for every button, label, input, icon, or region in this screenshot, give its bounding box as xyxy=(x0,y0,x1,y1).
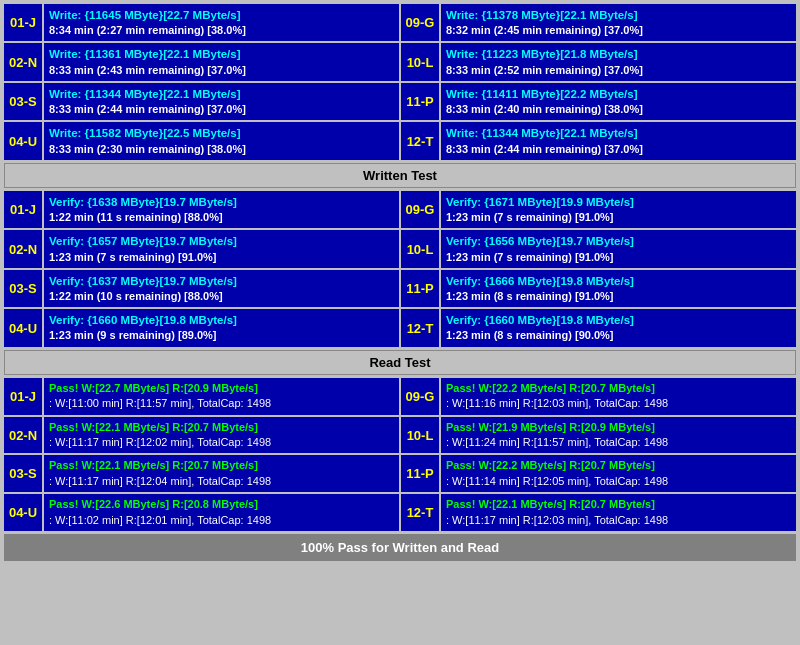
cell-01j-pass-line2: : W:[11:00 min] R:[11:57 min], TotalCap:… xyxy=(49,396,394,411)
label-10l-pass: 10-L xyxy=(401,417,439,454)
cell-03s-verify-line2: 1:22 min (10 s remaining) [88.0%] xyxy=(49,289,394,304)
label-02n-pass: 02-N xyxy=(4,417,42,454)
cell-12t-verify-line1: Verify: {1660 MByte}[19.8 MByte/s] xyxy=(446,312,791,328)
label-04u-verify: 04-U xyxy=(4,309,42,346)
cell-04u-verify-line1: Verify: {1660 MByte}[19.8 MByte/s] xyxy=(49,312,394,328)
cell-09g-pass-line1: Pass! W:[22.2 MByte/s] R:[20.7 MByte/s] xyxy=(446,381,791,396)
pass-row-4: 04-U Pass! W:[22.6 MByte/s] R:[20.8 MByt… xyxy=(4,494,796,531)
label-11p-verify: 11-P xyxy=(401,270,439,307)
label-10l-write: 10-L xyxy=(401,43,439,80)
cell-12t-pass-line1: Pass! W:[22.1 MByte/s] R:[20.7 MByte/s] xyxy=(446,497,791,512)
label-12t-write: 12-T xyxy=(401,122,439,159)
cell-02n-verify: Verify: {1657 MByte}[19.7 MByte/s] 1:23 … xyxy=(44,230,399,267)
cell-11p-pass: Pass! W:[22.2 MByte/s] R:[20.7 MByte/s] … xyxy=(441,455,796,492)
cell-09g-verify-line2: 1:23 min (7 s remaining) [91.0%] xyxy=(446,210,791,225)
cell-03s-pass: Pass! W:[22.1 MByte/s] R:[20.7 MByte/s] … xyxy=(44,455,399,492)
cell-04u-pass-line1: Pass! W:[22.6 MByte/s] R:[20.8 MByte/s] xyxy=(49,497,394,512)
cell-01j-pass-line1: Pass! W:[22.7 MByte/s] R:[20.9 MByte/s] xyxy=(49,381,394,396)
verify-section: 01-J Verify: {1638 MByte}[19.7 MByte/s] … xyxy=(4,191,796,347)
cell-04u-write: Write: {11582 MByte}[22.5 MByte/s] 8:33 … xyxy=(44,122,399,159)
cell-10l-pass-line2: : W:[11:24 min] R:[11:57 min], TotalCap:… xyxy=(446,435,791,450)
cell-12t-verify-line2: 1:23 min (8 s remaining) [90.0%] xyxy=(446,328,791,343)
cell-10l-verify-line2: 1:23 min (7 s remaining) [91.0%] xyxy=(446,250,791,265)
label-03s-verify: 03-S xyxy=(4,270,42,307)
cell-09g-pass: Pass! W:[22.2 MByte/s] R:[20.7 MByte/s] … xyxy=(441,378,796,415)
label-01j-write: 01-J xyxy=(4,4,42,41)
label-12t-pass: 12-T xyxy=(401,494,439,531)
cell-09g-pass-line2: : W:[11:16 min] R:[12:03 min], TotalCap:… xyxy=(446,396,791,411)
cell-03s-pass-line1: Pass! W:[22.1 MByte/s] R:[20.7 MByte/s] xyxy=(49,458,394,473)
label-10l-verify: 10-L xyxy=(401,230,439,267)
cell-01j-verify-line2: 1:22 min (11 s remaining) [88.0%] xyxy=(49,210,394,225)
main-container: 01-J Write: {11645 MByte}[22.7 MByte/s] … xyxy=(0,0,800,565)
cell-11p-pass-line2: : W:[11:14 min] R:[12:05 min], TotalCap:… xyxy=(446,474,791,489)
cell-02n-pass: Pass! W:[22.1 MByte/s] R:[20.7 MByte/s] … xyxy=(44,417,399,454)
cell-11p-write: Write: {11411 MByte}[22.2 MByte/s] 8:33 … xyxy=(441,83,796,120)
cell-04u-pass: Pass! W:[22.6 MByte/s] R:[20.8 MByte/s] … xyxy=(44,494,399,531)
write-section: 01-J Write: {11645 MByte}[22.7 MByte/s] … xyxy=(4,4,796,160)
cell-09g-verify-line1: Verify: {1671 MByte}[19.9 MByte/s] xyxy=(446,194,791,210)
cell-12t-verify: Verify: {1660 MByte}[19.8 MByte/s] 1:23 … xyxy=(441,309,796,346)
cell-10l-write-line1: Write: {11223 MByte}[21.8 MByte/s] xyxy=(446,46,791,62)
label-04u-write: 04-U xyxy=(4,122,42,159)
cell-02n-write: Write: {11361 MByte}[22.1 MByte/s] 8:33 … xyxy=(44,43,399,80)
label-04u-pass: 04-U xyxy=(4,494,42,531)
cell-02n-verify-line1: Verify: {1657 MByte}[19.7 MByte/s] xyxy=(49,233,394,249)
pass-row-1: 01-J Pass! W:[22.7 MByte/s] R:[20.9 MByt… xyxy=(4,378,796,415)
cell-01j-pass: Pass! W:[22.7 MByte/s] R:[20.9 MByte/s] … xyxy=(44,378,399,415)
cell-10l-verify: Verify: {1656 MByte}[19.7 MByte/s] 1:23 … xyxy=(441,230,796,267)
label-09g-verify: 09-G xyxy=(401,191,439,228)
cell-11p-write-line2: 8:33 min (2:40 min remaining) [38.0%] xyxy=(446,102,791,117)
label-09g-pass: 09-G xyxy=(401,378,439,415)
cell-04u-verify: Verify: {1660 MByte}[19.8 MByte/s] 1:23 … xyxy=(44,309,399,346)
label-09g-write: 09-G xyxy=(401,4,439,41)
cell-03s-verify: Verify: {1637 MByte}[19.7 MByte/s] 1:22 … xyxy=(44,270,399,307)
label-12t-verify: 12-T xyxy=(401,309,439,346)
cell-12t-write: Write: {11344 MByte}[22.1 MByte/s] 8:33 … xyxy=(441,122,796,159)
cell-01j-verify: Verify: {1638 MByte}[19.7 MByte/s] 1:22 … xyxy=(44,191,399,228)
cell-11p-pass-line1: Pass! W:[22.2 MByte/s] R:[20.7 MByte/s] xyxy=(446,458,791,473)
cell-01j-write-line2: 8:34 min (2:27 min remaining) [38.0%] xyxy=(49,23,394,38)
cell-04u-pass-line2: : W:[11:02 min] R:[12:01 min], TotalCap:… xyxy=(49,513,394,528)
written-test-divider: Written Test xyxy=(4,163,796,188)
cell-03s-write-line1: Write: {11344 MByte}[22.1 MByte/s] xyxy=(49,86,394,102)
cell-09g-verify: Verify: {1671 MByte}[19.9 MByte/s] 1:23 … xyxy=(441,191,796,228)
cell-10l-pass: Pass! W:[21.9 MByte/s] R:[20.9 MByte/s] … xyxy=(441,417,796,454)
cell-11p-verify-line1: Verify: {1666 MByte}[19.8 MByte/s] xyxy=(446,273,791,289)
cell-10l-write: Write: {11223 MByte}[21.8 MByte/s] 8:33 … xyxy=(441,43,796,80)
label-11p-pass: 11-P xyxy=(401,455,439,492)
write-row-4: 04-U Write: {11582 MByte}[22.5 MByte/s] … xyxy=(4,122,796,159)
cell-12t-pass-line2: : W:[11:17 min] R:[12:03 min], TotalCap:… xyxy=(446,513,791,528)
pass-section: 01-J Pass! W:[22.7 MByte/s] R:[20.9 MByt… xyxy=(4,378,796,531)
cell-03s-verify-line1: Verify: {1637 MByte}[19.7 MByte/s] xyxy=(49,273,394,289)
cell-12t-write-line1: Write: {11344 MByte}[22.1 MByte/s] xyxy=(446,125,791,141)
label-01j-pass: 01-J xyxy=(4,378,42,415)
read-test-divider: Read Test xyxy=(4,350,796,375)
write-row-2: 02-N Write: {11361 MByte}[22.1 MByte/s] … xyxy=(4,43,796,80)
cell-11p-write-line1: Write: {11411 MByte}[22.2 MByte/s] xyxy=(446,86,791,102)
verify-row-3: 03-S Verify: {1637 MByte}[19.7 MByte/s] … xyxy=(4,270,796,307)
cell-01j-write-line1: Write: {11645 MByte}[22.7 MByte/s] xyxy=(49,7,394,23)
pass-row-3: 03-S Pass! W:[22.1 MByte/s] R:[20.7 MByt… xyxy=(4,455,796,492)
verify-row-1: 01-J Verify: {1638 MByte}[19.7 MByte/s] … xyxy=(4,191,796,228)
cell-03s-write: Write: {11344 MByte}[22.1 MByte/s] 8:33 … xyxy=(44,83,399,120)
cell-01j-write: Write: {11645 MByte}[22.7 MByte/s] 8:34 … xyxy=(44,4,399,41)
cell-11p-verify-line2: 1:23 min (8 s remaining) [91.0%] xyxy=(446,289,791,304)
verify-row-4: 04-U Verify: {1660 MByte}[19.8 MByte/s] … xyxy=(4,309,796,346)
cell-11p-verify: Verify: {1666 MByte}[19.8 MByte/s] 1:23 … xyxy=(441,270,796,307)
cell-02n-pass-line2: : W:[11:17 min] R:[12:02 min], TotalCap:… xyxy=(49,435,394,450)
verify-row-2: 02-N Verify: {1657 MByte}[19.7 MByte/s] … xyxy=(4,230,796,267)
label-02n-verify: 02-N xyxy=(4,230,42,267)
cell-02n-write-line2: 8:33 min (2:43 min remaining) [37.0%] xyxy=(49,63,394,78)
cell-09g-write-line2: 8:32 min (2:45 min remaining) [37.0%] xyxy=(446,23,791,38)
cell-10l-verify-line1: Verify: {1656 MByte}[19.7 MByte/s] xyxy=(446,233,791,249)
cell-12t-write-line2: 8:33 min (2:44 min remaining) [37.0%] xyxy=(446,142,791,157)
cell-03s-write-line2: 8:33 min (2:44 min remaining) [37.0%] xyxy=(49,102,394,117)
bottom-status-bar: 100% Pass for Written and Read xyxy=(4,534,796,561)
cell-03s-pass-line2: : W:[11:17 min] R:[12:04 min], TotalCap:… xyxy=(49,474,394,489)
cell-02n-verify-line2: 1:23 min (7 s remaining) [91.0%] xyxy=(49,250,394,265)
cell-01j-verify-line1: Verify: {1638 MByte}[19.7 MByte/s] xyxy=(49,194,394,210)
cell-02n-pass-line1: Pass! W:[22.1 MByte/s] R:[20.7 MByte/s] xyxy=(49,420,394,435)
cell-10l-write-line2: 8:33 min (2:52 min remaining) [37.0%] xyxy=(446,63,791,78)
cell-09g-write-line1: Write: {11378 MByte}[22.1 MByte/s] xyxy=(446,7,791,23)
